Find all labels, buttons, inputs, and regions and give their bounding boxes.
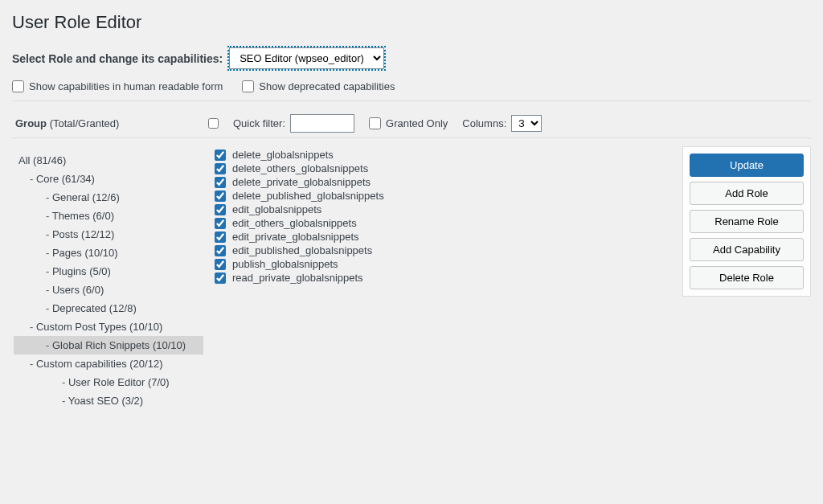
- tree-item[interactable]: Users (6/0): [14, 281, 203, 299]
- capability-item: publish_globalsnippets: [215, 257, 673, 271]
- capabilities-panel: delete_globalsnippetsdelete_others_globa…: [213, 143, 674, 418]
- group-header: Group (Total/Granted): [12, 109, 205, 137]
- columns-select[interactable]: 3: [511, 115, 542, 132]
- delete-role-button[interactable]: Delete Role: [690, 266, 804, 289]
- group-tree: All (81/46)Core (61/34)General (12/6)The…: [14, 151, 203, 410]
- columns-option: Columns: 3: [462, 115, 542, 132]
- capability-checkbox[interactable]: [215, 204, 226, 215]
- capability-item: delete_others_globalsnippets: [215, 162, 673, 175]
- group-header-label: Group: [15, 117, 47, 129]
- tree-item[interactable]: Global Rich Snippets (10/10): [14, 336, 203, 354]
- columns-label: Columns:: [462, 117, 506, 129]
- quick-filter-label: Quick filter:: [233, 117, 285, 129]
- capability-label: edit_globalsnippets: [232, 203, 321, 215]
- main-layout: All (81/46)Core (61/34)General (12/6)The…: [12, 143, 811, 418]
- capability-label: edit_others_globalsnippets: [232, 217, 357, 229]
- capability-item: edit_globalsnippets: [215, 203, 673, 216]
- capability-item: edit_others_globalsnippets: [215, 216, 673, 230]
- sidebar: All (81/46)Core (61/34)General (12/6)The…: [12, 143, 205, 418]
- update-button[interactable]: Update: [690, 154, 804, 177]
- capability-checkbox[interactable]: [215, 163, 226, 174]
- human-readable-option[interactable]: Show capabilities in human readable form: [12, 80, 223, 92]
- group-header-suffix: (Total/Granted): [50, 117, 120, 129]
- capability-label: delete_others_globalsnippets: [232, 162, 368, 174]
- tree-item[interactable]: Pages (10/10): [14, 244, 203, 262]
- deprecated-option[interactable]: Show deprecated capabilities: [242, 80, 395, 92]
- capability-label: edit_published_globalsnippets: [232, 244, 372, 256]
- role-select-row: Select Role and change its capabilities:…: [12, 47, 811, 69]
- capability-item: delete_published_globalsnippets: [215, 189, 673, 203]
- tree-item[interactable]: Posts (12/12): [14, 225, 203, 244]
- capability-checkbox[interactable]: [215, 177, 226, 188]
- role-select[interactable]: SEO Editor (wpseo_editor): [229, 47, 384, 69]
- capability-item: read_private_globalsnippets: [215, 271, 673, 285]
- capability-label: edit_private_globalsnippets: [232, 231, 359, 243]
- tree-item[interactable]: General (12/6): [14, 188, 203, 207]
- filter-controls: Quick filter: Granted Only Columns: 3: [205, 109, 811, 137]
- capability-label: publish_globalsnippets: [232, 258, 338, 270]
- options-row: Show capabilities in human readable form…: [12, 80, 811, 101]
- page-title: User Role Editor: [12, 12, 811, 33]
- add-capability-button[interactable]: Add Capability: [690, 238, 804, 261]
- capability-label: delete_published_globalsnippets: [232, 190, 384, 202]
- capability-checkbox[interactable]: [215, 245, 226, 256]
- tree-item[interactable]: Plugins (5/0): [14, 262, 203, 281]
- capability-item: edit_private_globalsnippets: [215, 230, 673, 244]
- capability-label: delete_private_globalsnippets: [232, 176, 371, 188]
- capability-label: read_private_globalsnippets: [232, 272, 363, 284]
- capability-checkbox[interactable]: [215, 272, 226, 284]
- capability-checkbox[interactable]: [215, 150, 226, 161]
- capability-item: edit_published_globalsnippets: [215, 244, 673, 257]
- quick-filter: Quick filter:: [233, 114, 354, 133]
- granted-only-checkbox[interactable]: [369, 117, 381, 129]
- tree-item[interactable]: Core (61/34): [14, 170, 203, 188]
- human-readable-label: Show capabilities in human readable form: [29, 80, 223, 92]
- granted-only-option[interactable]: Granted Only: [369, 117, 448, 129]
- action-panel: Update Add Role Rename Role Add Capabili…: [682, 146, 811, 297]
- tree-item[interactable]: Custom Post Types (10/10): [14, 318, 203, 336]
- tree-item[interactable]: Yoast SEO (3/2): [14, 391, 203, 410]
- tree-item[interactable]: Custom capabilities (20/12): [14, 354, 203, 373]
- human-readable-checkbox[interactable]: [12, 80, 24, 92]
- deprecated-checkbox[interactable]: [242, 80, 254, 92]
- quick-filter-input[interactable]: [290, 114, 354, 133]
- granted-only-label: Granted Only: [386, 117, 448, 129]
- tree-item[interactable]: Deprecated (12/8): [14, 299, 203, 318]
- deprecated-label: Show deprecated capabilities: [259, 80, 395, 92]
- tree-item[interactable]: User Role Editor (7/0): [14, 373, 203, 391]
- filter-row: Group (Total/Granted) Quick filter: Gran…: [12, 109, 811, 138]
- add-role-button[interactable]: Add Role: [690, 182, 804, 205]
- capability-checkbox[interactable]: [215, 218, 226, 229]
- select-all-checkbox[interactable]: [208, 118, 219, 129]
- capability-checkbox[interactable]: [215, 259, 226, 270]
- tree-item[interactable]: Themes (6/0): [14, 207, 203, 225]
- rename-role-button[interactable]: Rename Role: [690, 210, 804, 233]
- capability-checkbox[interactable]: [215, 232, 226, 243]
- capability-item: delete_private_globalsnippets: [215, 175, 673, 189]
- capability-label: delete_globalsnippets: [232, 149, 334, 161]
- capability-item: delete_globalsnippets: [215, 148, 673, 162]
- role-select-label: Select Role and change its capabilities:: [12, 52, 223, 65]
- capability-checkbox[interactable]: [215, 191, 226, 202]
- tree-item[interactable]: All (81/46): [14, 151, 203, 170]
- capabilities-list: delete_globalsnippetsdelete_others_globa…: [215, 148, 673, 285]
